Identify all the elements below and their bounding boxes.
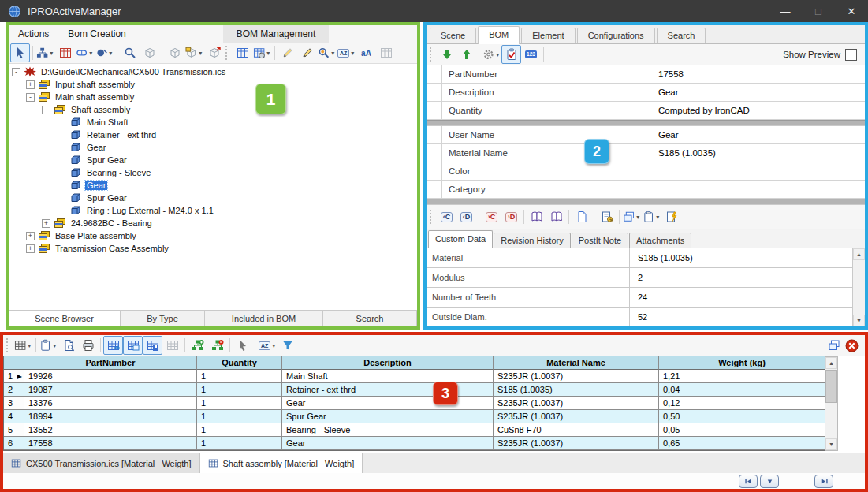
tree-item[interactable]: Ring : Lug External - M24.0 x 1.1 — [9, 204, 417, 217]
bom-table-settings-button[interactable]: ▾ — [252, 43, 272, 62]
next-custom-button[interactable]: ›C — [482, 207, 501, 226]
dropdown-caret[interactable]: ▾ — [270, 342, 277, 349]
sphere-tool-button[interactable]: ▾ — [95, 43, 114, 62]
column-header[interactable]: Description — [282, 356, 494, 370]
nav-first-button[interactable] — [739, 475, 758, 488]
cell-weight[interactable]: 0,05 — [659, 423, 825, 437]
tab-scene[interactable]: Scene — [430, 28, 476, 43]
cell-weight[interactable]: 0,65 — [659, 437, 825, 450]
sort-az-button[interactable]: AZ▾ — [337, 43, 356, 62]
cell-description[interactable]: Gear — [282, 437, 494, 450]
field-value[interactable]: 24 — [630, 293, 852, 302]
print-preview-button[interactable] — [58, 336, 78, 355]
sort-alpha-button[interactable]: aA — [356, 43, 376, 62]
cell-weight[interactable]: 0,04 — [659, 383, 825, 397]
dropdown-caret[interactable]: ▾ — [265, 50, 271, 57]
hierarchy-tree-button[interactable]: ▾ — [35, 43, 55, 62]
tree-item[interactable]: +Transmission Case Assembly — [9, 242, 417, 255]
cell-description[interactable]: Main Shaft — [282, 370, 494, 383]
tab-bom-management[interactable]: BOM Management — [223, 25, 329, 43]
catalog-book-button[interactable] — [527, 207, 546, 226]
scroll-up-icon[interactable]: ▲ — [825, 357, 837, 369]
expander-icon[interactable]: - — [42, 106, 50, 114]
next-data-button[interactable]: ›D — [501, 207, 521, 226]
expander-icon[interactable]: + — [26, 80, 35, 89]
import-bom-button[interactable] — [437, 45, 456, 64]
copy-data-button[interactable]: ▾ — [622, 207, 642, 226]
cascade-windows-icon[interactable] — [828, 339, 840, 352]
filter-button[interactable] — [278, 336, 297, 355]
cell-material[interactable]: S235JR (1.0037) — [494, 437, 659, 450]
scroll-thumb[interactable] — [825, 370, 837, 403]
dropdown-caret[interactable]: ▾ — [88, 50, 94, 57]
doc-tab-transmission[interactable]: CX500 Transmission.ics [Material _Weigth… — [3, 453, 200, 473]
capsule-tool-button[interactable]: ▾ — [75, 43, 95, 62]
zoom-search-button[interactable] — [120, 43, 140, 62]
column-header[interactable]: Weight (kg) — [659, 356, 825, 370]
field-value[interactable]: S185 (1.0035) — [630, 253, 852, 263]
close-panel-icon[interactable] — [845, 339, 859, 352]
table-row[interactable]: 6 17558 1 Gear S235JR (1.0037) 0,65 — [4, 437, 825, 450]
document-key-button[interactable] — [597, 207, 617, 226]
tree-item[interactable]: -Main shaft assembly — [9, 91, 417, 103]
dropdown-caret[interactable]: ▾ — [51, 342, 58, 349]
cell-weight[interactable]: 1,21 — [659, 370, 825, 383]
export-table-button[interactable] — [103, 336, 123, 355]
cell-material[interactable]: S235JR (1.0037) — [494, 397, 659, 410]
cell-partnumber[interactable]: 19087 — [24, 383, 197, 397]
property-value[interactable]: S185 (1.0035) — [650, 148, 865, 158]
cell-material[interactable]: S235JR (1.0037) — [494, 410, 659, 423]
tab-element[interactable]: Element — [521, 28, 575, 43]
scroll-up-icon[interactable]: ▲ — [853, 248, 865, 260]
cell-partnumber[interactable]: 13376 — [24, 397, 197, 410]
table-menu-button[interactable]: ▾ — [13, 336, 33, 355]
tab-attachments[interactable]: Attachments — [629, 233, 691, 248]
export-bom-button[interactable] — [456, 45, 476, 64]
tree-item-selected[interactable]: Gear — [9, 179, 417, 192]
bom-table-button[interactable] — [233, 43, 252, 62]
dropdown-caret[interactable]: ▾ — [26, 342, 32, 349]
catalogs-books-button[interactable] — [546, 207, 566, 226]
cell-partnumber[interactable]: 18994 — [24, 410, 197, 423]
minimize-button[interactable]: — — [769, 0, 802, 22]
column-header[interactable]: PartNumber — [24, 356, 197, 370]
tab-by-type[interactable]: By Type — [121, 311, 205, 326]
tab-revision-history[interactable]: Revision History — [494, 233, 570, 248]
cell-weight[interactable]: 0,50 — [659, 410, 825, 423]
menu-bom-creation[interactable]: Bom Creation — [58, 28, 135, 39]
tab-search-right[interactable]: Search — [657, 28, 706, 43]
scroll-down-icon[interactable]: ▼ — [825, 438, 837, 450]
doc-tab-shaft-assembly[interactable]: Shaft assembly [Material _Weigth] — [200, 453, 363, 473]
tree-item[interactable]: +24.9682BC - Bearing — [9, 217, 417, 229]
table-scrollbar[interactable]: ▲ ▼ — [825, 356, 838, 451]
table-row[interactable]: 3 13376 1 Gear S235JR (1.0037) 0,12 — [4, 397, 825, 410]
select-tool-button[interactable] — [10, 43, 30, 62]
cell-material[interactable]: CuSn8 F70 — [494, 423, 659, 437]
tab-configurations[interactable]: Configurations — [577, 28, 655, 43]
cell-material[interactable]: S235JR (1.0037) — [494, 370, 659, 383]
cell-weight[interactable]: 0,12 — [659, 397, 825, 410]
tree-item[interactable]: Bearing - Sleeve — [9, 166, 417, 179]
paste-data-button[interactable]: ▾ — [642, 207, 661, 226]
search-scene-button[interactable]: ▾ — [317, 43, 337, 62]
column-header[interactable]: Quantity — [197, 356, 282, 370]
tab-scene-browser[interactable]: Scene Browser — [9, 311, 121, 326]
table-window-button[interactable] — [123, 336, 143, 355]
table-row[interactable]: 4 18994 1 Spur Gear S235JR (1.0037) 0,50 — [4, 410, 825, 423]
close-button[interactable]: ✕ — [835, 0, 868, 22]
scroll-down-icon[interactable]: ▼ — [853, 315, 865, 326]
property-value[interactable]: Gear — [650, 88, 865, 97]
numbering-table-button[interactable]: 123 — [521, 45, 541, 64]
table-disabled-button[interactable] — [162, 336, 182, 355]
cell-quantity[interactable]: 1 — [197, 423, 282, 437]
maximize-button[interactable]: □ — [802, 0, 835, 22]
tree-item[interactable]: Retainer - ext thrd — [9, 129, 417, 141]
tab-search-left[interactable]: Search — [323, 311, 417, 326]
cube-swap-button[interactable] — [204, 43, 224, 62]
property-value[interactable]: 17558 — [650, 69, 865, 79]
table-disabled-button[interactable] — [376, 43, 396, 62]
dropdown-caret[interactable]: ▾ — [330, 50, 336, 57]
property-value[interactable]: Computed by IronCAD — [650, 106, 865, 115]
dropdown-caret[interactable]: ▾ — [494, 51, 501, 58]
tree-item-root[interactable]: -D:\Guide\ICMechanical\CX500 Transmissio… — [9, 65, 417, 78]
